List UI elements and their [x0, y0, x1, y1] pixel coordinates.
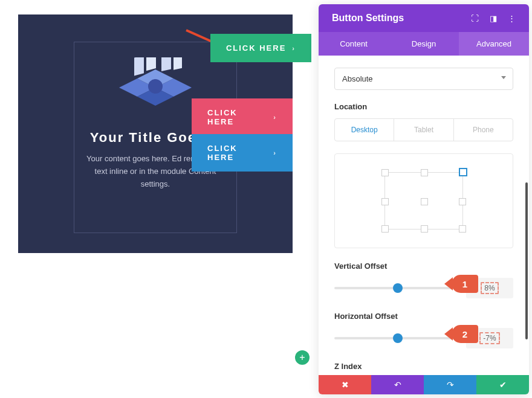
redo-icon: ↷ [447, 380, 454, 390]
button-label: CLICK HERE [226, 43, 286, 53]
button-label: CLICK HERE [207, 108, 267, 126]
origin-top-center[interactable] [421, 169, 428, 176]
save-button[interactable]: ✔ [476, 375, 529, 394]
isometric-graphic [113, 57, 198, 118]
horizontal-offset-row: Horizontal Offset -7% 2 [334, 312, 513, 348]
tabs: Content Design Advanced [319, 32, 529, 56]
close-icon: ✖ [342, 380, 349, 390]
origin-mid-left[interactable] [381, 198, 389, 205]
horizontal-offset-label: Horizontal Offset [334, 312, 513, 321]
horizontal-offset-value[interactable]: -7% [466, 328, 513, 348]
scrollbar[interactable] [525, 182, 528, 339]
tab-advanced[interactable]: Advanced [459, 32, 529, 56]
svg-rect-6 [161, 57, 171, 71]
add-module-fab[interactable]: + [295, 350, 310, 365]
chevron-right-icon: › [273, 149, 277, 156]
settings-panel: Button Settings ⛶ ◨ ⋮ Content Design Adv… [319, 4, 529, 394]
chevron-right-icon: › [273, 114, 277, 121]
position-select-wrap[interactable]: Absolute [334, 68, 513, 90]
origin-top-left[interactable] [381, 169, 389, 176]
seg-desktop[interactable]: Desktop [335, 119, 394, 141]
origin-mid-right[interactable] [459, 198, 466, 205]
more-icon[interactable]: ⋮ [508, 14, 516, 23]
button-label: CLICK HERE [207, 144, 267, 162]
panel-footer: ✖ ↶ ↷ ✔ [319, 375, 529, 394]
z-index-label: Z Index [334, 362, 513, 371]
button-blue[interactable]: CLICK HERE › [192, 134, 293, 172]
panel-title: Button Settings [332, 13, 404, 24]
chevron-right-icon: › [292, 45, 296, 52]
origin-bottom-center[interactable] [421, 225, 428, 233]
svg-point-8 [148, 79, 163, 94]
origin-grid-box [334, 153, 513, 248]
svg-rect-4 [134, 57, 144, 76]
expand-icon[interactable]: ⛶ [471, 14, 479, 23]
vertical-offset-value[interactable]: 8% [466, 278, 513, 298]
tab-content[interactable]: Content [319, 32, 389, 56]
tab-design[interactable]: Design [389, 32, 459, 56]
vertical-offset-row: Vertical Offset 8% 1 [334, 262, 513, 298]
svg-rect-7 [174, 57, 182, 70]
seg-phone[interactable]: Phone [454, 119, 513, 141]
vertical-offset-label: Vertical Offset [334, 262, 513, 271]
origin-bottom-right[interactable] [459, 225, 466, 233]
snap-icon[interactable]: ◨ [490, 14, 497, 23]
z-index-row: Z Index 0 [334, 362, 513, 375]
slider-thumb[interactable] [393, 333, 403, 343]
origin-top-right[interactable] [459, 168, 467, 176]
redo-button[interactable]: ↷ [424, 375, 476, 394]
slider-thumb[interactable] [393, 283, 403, 293]
position-select[interactable]: Absolute [334, 68, 513, 90]
button-pink[interactable]: CLICK HERE › [192, 98, 293, 136]
cancel-button[interactable]: ✖ [319, 375, 371, 394]
device-segments: Desktop Tablet Phone [334, 118, 513, 141]
seg-tablet[interactable]: Tablet [394, 119, 453, 141]
panel-header: Button Settings ⛶ ◨ ⋮ Content Design Adv… [319, 4, 529, 56]
vertical-offset-slider[interactable] [334, 287, 459, 289]
origin-grid[interactable] [384, 172, 463, 229]
undo-icon: ↶ [394, 380, 401, 390]
location-label: Location [334, 102, 513, 111]
button-green[interactable]: CLICK HERE › [210, 34, 311, 62]
plus-icon: + [299, 352, 305, 363]
editor-canvas: Your Title Goes H Your content goes here… [18, 14, 293, 253]
svg-rect-5 [146, 57, 156, 71]
origin-bottom-left[interactable] [381, 225, 389, 233]
origin-center[interactable] [421, 198, 428, 205]
panel-body: Absolute Location Desktop Tablet Phone V… [319, 56, 529, 375]
check-icon: ✔ [499, 380, 507, 390]
horizontal-offset-slider[interactable] [334, 337, 459, 339]
undo-button[interactable]: ↶ [371, 375, 424, 394]
